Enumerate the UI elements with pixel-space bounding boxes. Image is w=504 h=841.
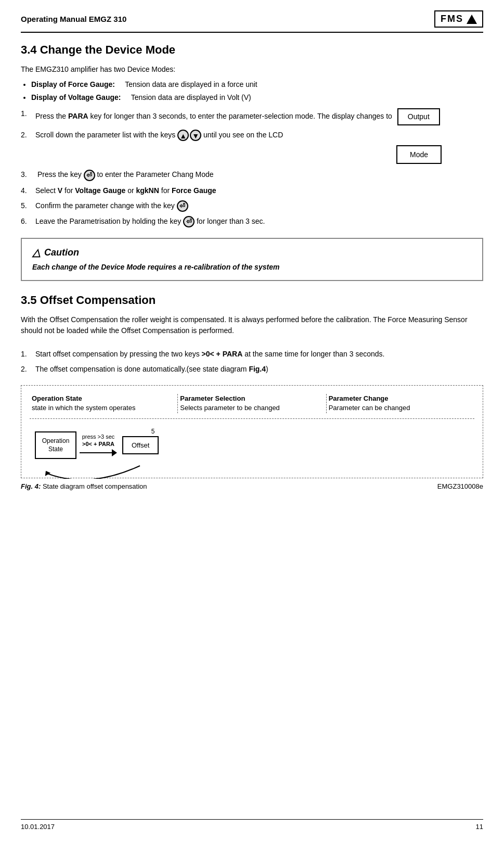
step-num: 2.	[21, 130, 35, 141]
step-num: 6.	[21, 216, 35, 227]
arrowhead-icon	[112, 449, 117, 456]
fig-caption-desc: State diagram offset compensation	[43, 482, 147, 490]
step-num: 3.	[21, 169, 35, 181]
offset-box: Offset	[122, 436, 159, 454]
press-section: press >3 sec >0< + PARA	[80, 434, 117, 456]
op-state-line1: Operation	[42, 437, 70, 444]
page-number: 11	[476, 823, 483, 831]
state-diagram: Operation State state in which the syste…	[21, 385, 483, 478]
step-content: Scroll down the parameter list with the …	[35, 130, 483, 141]
section-34-intro: The EMGZ310 amplifier has two Device Mod…	[21, 64, 483, 75]
diagram-header-param-chg: Parameter Change Parameter can be change…	[327, 394, 474, 413]
device-modes-list: Display of Force Gauge: Tension data are…	[31, 79, 483, 103]
offset-number: 5	[151, 428, 155, 435]
diagram-header-op-state: Operation State state in which the syste…	[30, 394, 178, 413]
step-3: 3. Press the key ⏎ to enter the Paramete…	[21, 169, 483, 181]
offset-label: Offset	[132, 441, 149, 449]
step-1: 1. Press the PARA key for longer than 3 …	[21, 108, 483, 125]
caution-label: Caution	[44, 247, 79, 258]
press-line2: >0< + PARA	[82, 441, 114, 447]
page-header: Operating Manual EMGZ 310 FMS	[21, 10, 483, 33]
up-arrow-icon: ▲	[177, 130, 189, 141]
section-34-title: 3.4 Change the Device Mode	[21, 43, 483, 57]
step-num: 4.	[21, 185, 35, 196]
mode-label: Display of Voltage Gauge:	[31, 93, 121, 101]
enter-key-icon: ⏎	[84, 170, 95, 181]
step-5: 5. Confirm the parameter change with the…	[21, 200, 483, 212]
step-num: 2.	[21, 364, 35, 375]
mode-desc: Tension data are displayed in a force un…	[117, 80, 257, 88]
forward-arrow	[80, 449, 117, 456]
col-subtext-3: Parameter can be changed	[329, 404, 410, 412]
step-content: Leave the Parametrisation by holding the…	[35, 216, 483, 227]
confirm-key-icon: ⏎	[177, 200, 188, 212]
step-2: 2. Scroll down the parameter list with t…	[21, 130, 483, 141]
step-4: 4. Select V for Voltage Gauge or kgkNN f…	[21, 185, 483, 196]
mode-box-wrapper: Mode	[21, 145, 442, 164]
fig-caption-text: Fig. 4: State diagram offset compensatio…	[21, 482, 147, 490]
leave-key-icon: ⏎	[183, 216, 195, 227]
header-title: Operating Manual EMGZ 310	[21, 15, 126, 23]
section-34: 3.4 Change the Device Mode The EMGZ310 a…	[21, 43, 483, 227]
step-content: Select V for Voltage Gauge or kgkNN for …	[35, 185, 483, 196]
caution-title: △ Caution	[32, 246, 472, 259]
arrow-keys: ▲ ▼	[177, 130, 201, 141]
caution-text: Each change of the Device Mode requires …	[32, 262, 472, 273]
step-content: Start offset compensation by pressing th…	[35, 349, 483, 360]
footer-date: 10.01.2017	[21, 823, 55, 831]
step-content: Confirm the parameter change with the ke…	[35, 200, 483, 212]
fig-label: Fig. 4:	[21, 482, 41, 490]
op-state-section: Operation State	[35, 431, 76, 460]
step-content: The offset compensation is done automati…	[35, 364, 483, 375]
page-footer: 10.01.2017 11	[21, 819, 483, 831]
col-header-3: Parameter Change	[329, 394, 389, 402]
step-35-2: 2. The offset compensation is done autom…	[21, 364, 483, 375]
mode-box: Mode	[396, 145, 442, 164]
step-num: 5.	[21, 200, 35, 212]
list-item: Display of Voltage Gauge: Tension data a…	[31, 92, 483, 103]
offset-section: 5 Offset	[122, 436, 159, 454]
mode-desc: Tension data are displayed in Volt (V)	[123, 93, 251, 101]
caution-icon: △	[32, 246, 40, 259]
diagram-header-param-sel: Parameter Selection Selects parameter to…	[178, 394, 326, 413]
return-arrow-svg	[37, 463, 157, 479]
diagram-body: Operation State press >3 sec >0< + PARA …	[30, 426, 474, 470]
op-state-line2: State	[48, 445, 63, 453]
col-subtext-1: state in which the system operates	[32, 404, 135, 412]
section-35-para1: With the Offset Compensation the roller …	[21, 314, 483, 336]
arrow-line	[80, 452, 112, 453]
list-item: Display of Force Gauge: Tension data are…	[31, 79, 483, 90]
mode-label: Display of Force Gauge:	[31, 80, 115, 88]
col-header-2: Parameter Selection	[180, 394, 245, 402]
col-subtext-2: Selects parameter to be changed	[180, 404, 280, 412]
logo-text: FMS	[441, 14, 463, 24]
fig-caption: Fig. 4: State diagram offset compensatio…	[21, 482, 483, 490]
step-6: 6. Leave the Parametrisation by holding …	[21, 216, 483, 227]
logo-box: FMS	[434, 10, 483, 28]
logo: FMS	[434, 10, 483, 28]
step-content: Press the key ⏎ to enter the Parameter C…	[35, 169, 483, 181]
caution-box: △ Caution Each change of the Device Mode…	[21, 238, 483, 281]
section-35-title: 3.5 Offset Compensation	[21, 294, 483, 307]
op-state-box: Operation State	[35, 431, 76, 460]
output-box: Output	[397, 108, 440, 125]
logo-triangle-icon	[467, 15, 477, 24]
press-line1: press >3 sec	[82, 434, 115, 440]
section-35: 3.5 Offset Compensation With the Offset …	[21, 294, 483, 490]
step-num: 1.	[21, 349, 35, 360]
step-35-1: 1. Start offset compensation by pressing…	[21, 349, 483, 360]
down-arrow-icon: ▼	[190, 130, 201, 141]
diagram-header-row: Operation State state in which the syste…	[30, 394, 474, 418]
step-content: Press the PARA key for longer than 3 sec…	[35, 108, 483, 125]
step-num: 1.	[21, 108, 35, 125]
svg-marker-0	[43, 469, 50, 476]
col-header-1: Operation State	[32, 394, 82, 402]
fig-caption-ref: EMGZ310008e	[437, 482, 483, 490]
